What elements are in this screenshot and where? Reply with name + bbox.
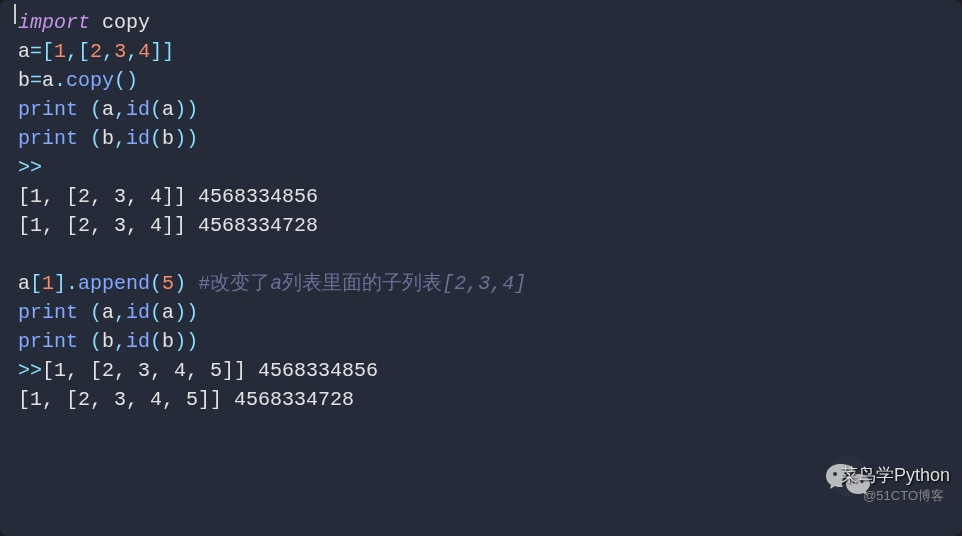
- code-line-5: print (b,id(b)): [18, 124, 944, 153]
- code-line-12: print (b,id(b)): [18, 327, 944, 356]
- code-line-1: import copy: [18, 8, 944, 37]
- watermark-label: 菜鸟学Python: [840, 462, 950, 488]
- code-editor[interactable]: import copy a=[1,[2,3,4]] b=a.copy() pri…: [0, 0, 962, 536]
- code-line-4: print (a,id(a)): [18, 95, 944, 124]
- comment: #改变了a列表里面的子列表[2,3,4]: [198, 272, 526, 295]
- output-line-3: >>[1, [2, 3, 4, 5]] 4568334856: [18, 356, 944, 385]
- blank-line: [18, 240, 944, 269]
- module-name: copy: [102, 11, 150, 34]
- code-line-3: b=a.copy(): [18, 66, 944, 95]
- repl-prompt: >>: [18, 153, 944, 182]
- output-line-4: [1, [2, 3, 4, 5]] 4568334728: [18, 385, 944, 414]
- code-line-11: print (a,id(a)): [18, 298, 944, 327]
- watermark-sublabel: @51CTO博客: [863, 487, 944, 506]
- code-line-2: a=[1,[2,3,4]]: [18, 37, 944, 66]
- keyword-import: import: [18, 11, 90, 34]
- code-line-10: a[1].append(5) #改变了a列表里面的子列表[2,3,4]: [18, 269, 944, 298]
- text-cursor: [14, 4, 16, 24]
- output-line-2: [1, [2, 3, 4]] 4568334728: [18, 211, 944, 240]
- output-line-1: [1, [2, 3, 4]] 4568334856: [18, 182, 944, 211]
